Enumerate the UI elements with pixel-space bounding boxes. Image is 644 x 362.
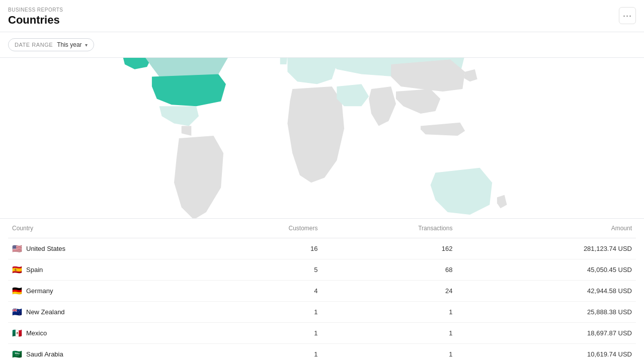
country-name: United States	[26, 245, 65, 252]
page-header: BUSINESS REPORTS Countries ···	[0, 0, 644, 32]
country-cell: 🇺🇸 United States	[8, 238, 203, 259]
south-america-region	[174, 136, 223, 219]
uk-region	[280, 58, 288, 64]
country-flag: 🇸🇦	[12, 349, 22, 359]
customers-cell: 16	[203, 238, 321, 259]
country-name: Germany	[26, 287, 53, 295]
country-name: Mexico	[26, 329, 47, 337]
transactions-cell: 162	[321, 238, 456, 259]
australia-region	[431, 167, 493, 214]
middle-east-region	[337, 84, 369, 106]
transactions-cell: 1	[321, 344, 456, 363]
new-zealand-region	[497, 195, 507, 208]
india-region	[369, 86, 396, 126]
amount-col-header: Amount	[456, 219, 636, 238]
table-header: Country Customers Transactions Amount	[8, 219, 636, 238]
customers-cell: 5	[203, 259, 321, 281]
table-row: 🇳🇿 New Zealand 1 1 25,888.38 USD	[8, 302, 636, 323]
country-name: Spain	[26, 266, 43, 274]
amount-cell: 42,944.58 USD	[456, 281, 636, 302]
table-row: 🇩🇪 Germany 4 24 42,944.58 USD	[8, 281, 636, 302]
country-flag: 🇲🇽	[12, 328, 22, 338]
table-row: 🇸🇦 Saudi Arabia 1 1 10,619.74 USD	[8, 344, 636, 363]
amount-cell: 281,123.74 USD	[456, 238, 636, 259]
customers-cell: 1	[203, 323, 321, 344]
chevron-down-icon: ▾	[85, 42, 88, 48]
header-left: BUSINESS REPORTS Countries	[8, 7, 63, 27]
se-asia-region	[396, 89, 440, 114]
amount-cell: 10,619.74 USD	[456, 344, 636, 363]
amount-cell: 18,697.87 USD	[456, 323, 636, 344]
transactions-col-header: Transactions	[321, 219, 456, 238]
mexico-region	[159, 106, 199, 126]
date-range-button[interactable]: DATE RANGE This year ▾	[8, 38, 94, 51]
countries-table-container: Country Customers Transactions Amount 🇺🇸…	[0, 219, 644, 362]
world-map	[0, 58, 644, 219]
country-cell: 🇸🇦 Saudi Arabia	[8, 344, 203, 363]
customers-cell: 1	[203, 302, 321, 323]
transactions-cell: 1	[321, 323, 456, 344]
country-flag: 🇩🇪	[12, 286, 22, 296]
customers-col-header: Customers	[203, 219, 321, 238]
more-options-button[interactable]: ···	[619, 7, 636, 24]
europe-region	[287, 58, 337, 84]
east-asia-region	[391, 59, 465, 92]
country-cell: 🇲🇽 Mexico	[8, 323, 203, 344]
date-range-label: DATE RANGE	[15, 42, 53, 48]
toolbar: DATE RANGE This year ▾	[0, 32, 644, 58]
amount-cell: 45,050.45 USD	[456, 259, 636, 281]
country-cell: 🇳🇿 New Zealand	[8, 302, 203, 323]
country-flag: 🇺🇸	[12, 244, 22, 253]
table-row: 🇲🇽 Mexico 1 1 18,697.87 USD	[8, 323, 636, 344]
page-title: Countries	[8, 14, 63, 27]
country-flag: 🇳🇿	[12, 307, 22, 317]
transactions-cell: 68	[321, 259, 456, 281]
customers-cell: 1	[203, 344, 321, 363]
transactions-cell: 24	[321, 281, 456, 302]
date-range-value: This year	[57, 41, 82, 48]
transactions-cell: 1	[321, 302, 456, 323]
indonesia-region	[421, 122, 465, 135]
country-name: New Zealand	[26, 308, 65, 316]
japan-region	[464, 69, 477, 81]
table-row: 🇪🇸 Spain 5 68 45,050.45 USD	[8, 259, 636, 281]
amount-cell: 25,888.38 USD	[456, 302, 636, 323]
africa-region	[287, 86, 344, 183]
table-row: 🇺🇸 United States 16 162 281,123.74 USD	[8, 238, 636, 259]
country-cell: 🇪🇸 Spain	[8, 259, 203, 281]
country-name: Saudi Arabia	[26, 350, 63, 358]
customers-cell: 4	[203, 281, 321, 302]
country-cell: 🇩🇪 Germany	[8, 281, 203, 302]
country-col-header: Country	[8, 219, 203, 238]
table-body: 🇺🇸 United States 16 162 281,123.74 USD 🇪…	[8, 238, 636, 363]
countries-table: Country Customers Transactions Amount 🇺🇸…	[8, 219, 636, 362]
breadcrumb: BUSINESS REPORTS	[8, 7, 63, 13]
country-flag: 🇪🇸	[12, 265, 22, 275]
usa-region	[152, 74, 226, 106]
central-america-region	[182, 126, 192, 136]
